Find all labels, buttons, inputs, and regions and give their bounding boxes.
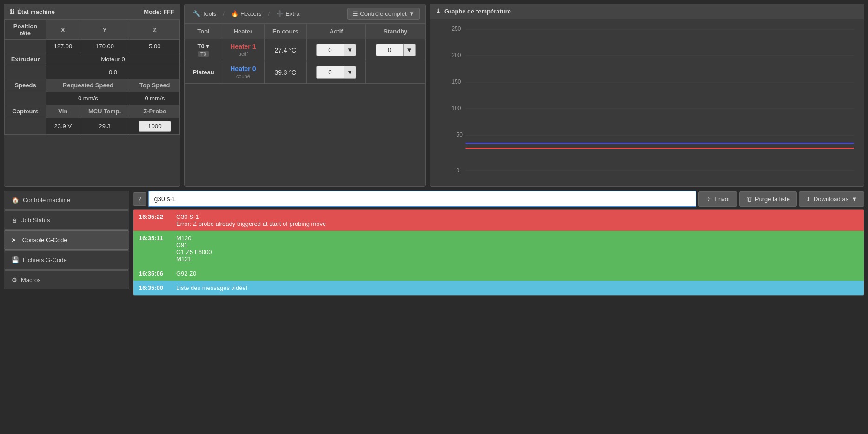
console-help-button[interactable]: ?: [133, 192, 146, 206]
tool-plateau-name: Plateau: [192, 69, 214, 76]
log-line-1-3: M121: [176, 256, 858, 263]
zprobe-cell[interactable]: [130, 118, 179, 135]
send-icon: ✈: [706, 196, 711, 203]
console-download-button[interactable]: ⬇ Download as ▼: [799, 191, 864, 207]
heater0-actif-dropdown[interactable]: ▼: [344, 66, 356, 79]
heater1-standby-cell[interactable]: ▼: [366, 39, 425, 61]
log-time-2: 16:35:06: [139, 270, 176, 277]
sidebar: 🏠 Contrôle machine 🖨 Job Status >_ Conso…: [4, 191, 129, 296]
heater-header: Heater: [222, 24, 265, 39]
heater1-actif-input[interactable]: [316, 44, 344, 56]
extrudeur-value: 0.0: [46, 66, 180, 79]
log-line-0-1: Error: Z probe already triggered at star…: [176, 220, 858, 227]
graphe-header: 🌡 Graphe de température: [430, 4, 864, 19]
macro-icon: ⚙: [12, 276, 17, 283]
log-entry-3: 16:35:00 Liste des messages vidée!: [133, 281, 864, 295]
heater0-actif-group[interactable]: ▼: [311, 66, 361, 79]
position-label: Position tête: [5, 20, 46, 40]
controle-complet-button[interactable]: ☰ Contrôle complet ▼: [347, 8, 420, 20]
z-value: 5.00: [130, 40, 179, 53]
heater1-standby-input[interactable]: [376, 44, 404, 56]
etat-machine-panel: ℹ État machine Mode: FFF Position tête X…: [4, 4, 180, 187]
log-content-0: G30 S-1 Error: Z probe already triggered…: [176, 213, 858, 227]
heater0-actif-cell[interactable]: ▼: [306, 61, 366, 84]
console-input-row: ? ✈ Envoi 🗑 Purge la liste ⬇ Download as…: [133, 191, 864, 207]
sidebar-item-fichiers-gcode[interactable]: 💾 Fichiers G-Code: [4, 250, 129, 270]
graphe-svg: 250 200 150 100 50 0: [435, 24, 859, 182]
standby-header: Standby: [366, 24, 425, 39]
heater1-actif-group[interactable]: ▼: [311, 44, 361, 56]
z-header: Z: [130, 20, 179, 40]
mcu-value: 29.3: [80, 118, 130, 135]
x-value: 127.00: [46, 40, 80, 53]
heater0-actif-input[interactable]: [316, 66, 344, 79]
log-line-1-0: M120: [176, 235, 858, 242]
capteurs-row-spacer: [5, 118, 46, 135]
graphe-panel: 🌡 Graphe de température 250 200 150 100 …: [430, 4, 864, 187]
extrudeur-label: Extrudeur: [5, 53, 46, 66]
vin-value: 23.9 V: [46, 118, 80, 135]
log-time-0: 16:35:22: [139, 213, 176, 227]
capteurs-label: Capteurs: [5, 105, 46, 118]
log-line-1-2: G1 Z5 F6000: [176, 249, 858, 256]
heater0-standby-cell: [366, 61, 425, 84]
tool-plateau-cell: Plateau: [185, 61, 222, 84]
log-line-2-0: G92 Z0: [176, 270, 858, 277]
heater1-cell: Heater 1 actif: [222, 39, 265, 61]
plus-icon: ➕: [276, 10, 284, 17]
log-line-1-1: G91: [176, 242, 858, 249]
log-time-1: 16:35:11: [139, 235, 176, 263]
heaters-nav-item[interactable]: 🔥 Heaters: [228, 8, 265, 19]
wrench-icon: 🔧: [193, 10, 200, 17]
position-row-spacer: [5, 40, 46, 53]
bars-icon: ☰: [352, 10, 358, 17]
heaters-table: Tool Heater En cours Actif Standby T0 ▾ …: [185, 24, 425, 84]
etat-machine-header: ℹ État machine Mode: FFF: [4, 4, 180, 20]
zprobe-input[interactable]: [139, 121, 171, 132]
download-icon: ⬇: [806, 196, 811, 203]
tool-header: Tool: [185, 24, 222, 39]
actif-header: Actif: [306, 24, 366, 39]
svg-text:250: 250: [452, 26, 461, 32]
log-line-3-0: Liste des messages vidée!: [176, 284, 858, 291]
heater1-standby-group[interactable]: ▼: [371, 44, 420, 56]
console-send-button[interactable]: ✈ Envoi: [698, 191, 737, 207]
etat-machine-title: ℹ État machine: [10, 8, 55, 15]
heater1-actif-cell[interactable]: ▼: [306, 39, 366, 61]
console-purge-button[interactable]: 🗑 Purge la liste: [739, 191, 797, 207]
moteur-label: Moteur 0: [46, 53, 180, 66]
top-speed-header: Top Speed: [130, 79, 179, 92]
tool-t0-badge: T0: [198, 51, 209, 57]
terminal-icon: >_: [12, 237, 19, 243]
log-content-1: M120 G91 G1 Z5 F6000 M121: [176, 235, 858, 263]
tool-t0-cell: T0 ▾ T0: [185, 39, 222, 61]
tools-nav-item[interactable]: 🔧 Tools: [190, 8, 219, 19]
y-value: 170.00: [80, 40, 130, 53]
heater1-name: Heater 1: [230, 43, 256, 50]
log-entry-2: 16:35:06 G92 Z0: [133, 266, 864, 281]
x-header: X: [46, 20, 80, 40]
graphe-content: 250 200 150 100 50 0: [430, 19, 864, 186]
requested-speed-value: 0 mm/s: [46, 92, 130, 105]
machine-table: Position tête X Y Z 127.00 170.00 5.00 E…: [4, 20, 180, 135]
heater1-actif-dropdown[interactable]: ▼: [344, 44, 356, 56]
tool-t0-name: T0 ▾: [198, 43, 210, 50]
sidebar-item-console-gcode[interactable]: >_ Console G-Code: [4, 230, 129, 250]
log-entry-1: 16:35:11 M120 G91 G1 Z5 F6000 M121: [133, 231, 864, 266]
sidebar-item-job-status[interactable]: 🖨 Job Status: [4, 210, 129, 230]
heater0-cell: Heater 0 coupé: [222, 61, 265, 84]
extra-nav-item[interactable]: ➕ Extra: [273, 8, 302, 19]
sep2: /: [268, 10, 270, 17]
y-header: Y: [80, 20, 130, 40]
heater1-standby-dropdown[interactable]: ▼: [404, 44, 416, 56]
heater1-status: actif: [239, 51, 248, 57]
mcu-header: MCU Temp.: [80, 105, 130, 118]
sidebar-item-controle-machine[interactable]: 🏠 Contrôle machine: [4, 191, 129, 210]
sidebar-item-macros[interactable]: ⚙ Macros: [4, 270, 129, 289]
temp-icon: 🌡: [436, 8, 442, 15]
home-icon: 🏠: [12, 197, 19, 204]
extrudeur-row-spacer: [5, 66, 46, 79]
svg-text:200: 200: [452, 52, 461, 59]
heater1-encours-cell: 27.4 °C: [264, 39, 306, 61]
console-input[interactable]: [148, 191, 696, 207]
